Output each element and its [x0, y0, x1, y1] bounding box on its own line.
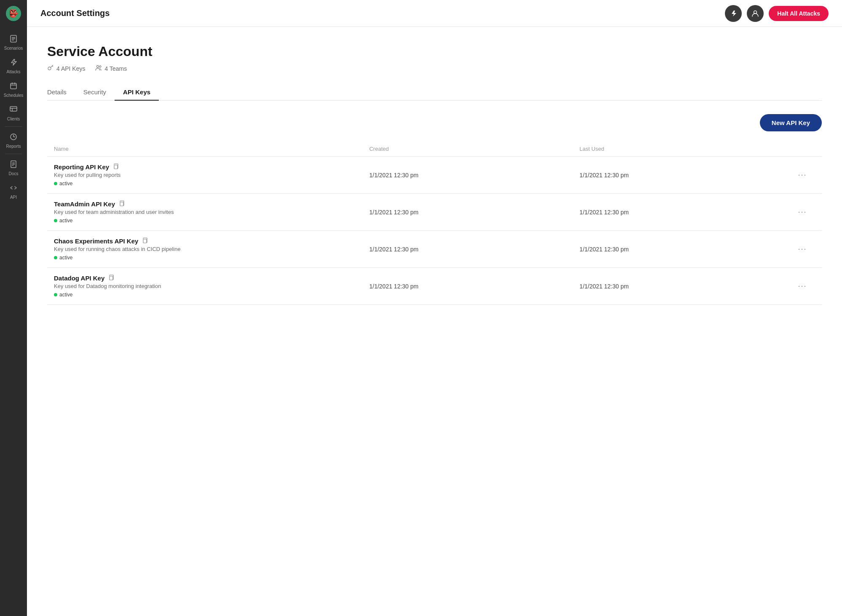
scenarios-label: Scenarios [4, 46, 23, 51]
svg-rect-8 [10, 107, 17, 111]
sidebar-item-docs[interactable]: Docs [0, 156, 27, 179]
api-key-name-4: Datadog API Key [54, 275, 369, 282]
clients-icon [9, 105, 18, 115]
sidebar-item-scenarios[interactable]: Scenarios [0, 30, 27, 54]
schedules-label: Schedules [4, 93, 24, 98]
more-menu-2[interactable]: ··· [790, 206, 815, 218]
svg-point-20 [97, 66, 99, 68]
teams-icon [95, 64, 102, 72]
attacks-icon [9, 58, 18, 68]
key-icon [47, 64, 54, 72]
api-keys-table: Name Created Last Used Reporting API Key [47, 141, 822, 305]
svg-rect-4 [11, 83, 16, 89]
reports-icon [9, 133, 18, 142]
api-label: API [10, 195, 17, 200]
api-key-name-1: Reporting API Key [54, 163, 369, 171]
created-date-2: 1/1/2021 12:30 pm [369, 209, 580, 216]
tab-details[interactable]: Details [47, 84, 75, 101]
sidebar-item-reports[interactable]: Reports [0, 128, 27, 152]
status-dot-1 [54, 182, 57, 185]
svg-rect-23 [120, 202, 123, 206]
clients-label: Clients [7, 117, 20, 121]
api-key-desc-1: Key used for pulling reports [54, 172, 369, 178]
sidebar-nav: Scenarios Attacks Schedules [0, 30, 27, 203]
table-row: Reporting API Key Key used for pulling r… [47, 157, 822, 194]
status-dot-3 [54, 256, 57, 259]
svg-rect-24 [143, 239, 147, 243]
col-actions [790, 146, 815, 152]
teams-count: 4 Teams [104, 65, 127, 72]
copy-icon-2[interactable] [118, 200, 124, 208]
col-last-used: Last Used [580, 146, 790, 152]
page-meta: 4 API Keys 4 Teams [47, 64, 822, 72]
scenarios-icon [9, 35, 18, 44]
app-logo-icon: 👺 [6, 6, 21, 21]
created-date-4: 1/1/2021 12:30 pm [369, 283, 580, 290]
last-used-date-2: 1/1/2021 12:30 pm [580, 209, 790, 216]
reports-label: Reports [6, 144, 21, 149]
attacks-label: Attacks [7, 69, 21, 74]
api-key-name-3: Chaos Experiments API Key [54, 237, 369, 245]
api-key-info-4: Datadog API Key Key used for Datadog mon… [54, 275, 369, 298]
api-keys-meta: 4 API Keys [47, 64, 85, 72]
header-actions: Halt All Attacks [725, 5, 829, 22]
sidebar-item-clients[interactable]: Clients [0, 101, 27, 125]
sidebar-item-schedules[interactable]: Schedules [0, 77, 27, 101]
table-row: TeamAdmin API Key Key used for team admi… [47, 194, 822, 231]
copy-icon-1[interactable] [112, 163, 118, 171]
tab-api-keys[interactable]: API Keys [115, 84, 159, 101]
api-icon [9, 184, 18, 193]
page-title: Service Account [47, 44, 822, 59]
api-key-info-1: Reporting API Key Key used for pulling r… [54, 163, 369, 187]
new-api-key-button[interactable]: New API Key [760, 114, 822, 131]
api-key-status-2: active [54, 218, 369, 224]
sidebar-divider-2 [5, 154, 22, 154]
copy-icon-3[interactable] [142, 237, 147, 245]
col-name: Name [54, 146, 369, 152]
schedules-icon [9, 82, 18, 91]
last-used-date-3: 1/1/2021 12:30 pm [580, 246, 790, 253]
tabs: Details Security API Keys [47, 84, 822, 101]
api-key-status-3: active [54, 255, 369, 261]
created-date-3: 1/1/2021 12:30 pm [369, 246, 580, 253]
table-header: Name Created Last Used [47, 141, 822, 157]
more-menu-3[interactable]: ··· [790, 243, 815, 255]
table-row: Datadog API Key Key used for Datadog mon… [47, 268, 822, 305]
status-dot-2 [54, 219, 57, 222]
header: Account Settings Halt All Attacks [27, 0, 842, 27]
content-area: Service Account 4 API Keys [27, 27, 842, 616]
col-created: Created [369, 146, 580, 152]
lightning-button[interactable] [725, 5, 742, 22]
sidebar-item-api[interactable]: API [0, 179, 27, 203]
api-key-desc-2: Key used for team administration and use… [54, 209, 369, 215]
last-used-date-4: 1/1/2021 12:30 pm [580, 283, 790, 290]
copy-icon-4[interactable] [108, 275, 114, 282]
main-content: Account Settings Halt All Attacks Servic… [27, 0, 842, 616]
logo-emoji: 👺 [9, 9, 18, 18]
api-key-name-2: TeamAdmin API Key [54, 200, 369, 208]
tab-security[interactable]: Security [75, 84, 115, 101]
api-key-status-4: active [54, 292, 369, 298]
more-menu-1[interactable]: ··· [790, 169, 815, 181]
sidebar-logo[interactable]: 👺 [0, 0, 27, 27]
halt-all-attacks-button[interactable]: Halt All Attacks [769, 6, 829, 21]
sidebar-divider [5, 126, 22, 127]
svg-rect-22 [114, 165, 118, 169]
docs-label: Docs [9, 171, 19, 176]
docs-icon [9, 160, 18, 170]
user-button[interactable] [747, 5, 764, 22]
api-key-status-1: active [54, 181, 369, 187]
sidebar-item-attacks[interactable]: Attacks [0, 54, 27, 77]
sidebar: 👺 Scenarios Attacks [0, 0, 27, 616]
svg-rect-25 [110, 276, 113, 280]
svg-point-21 [99, 66, 101, 67]
api-key-info-3: Chaos Experiments API Key Key used for r… [54, 237, 369, 261]
last-used-date-1: 1/1/2021 12:30 pm [580, 172, 790, 179]
more-menu-4[interactable]: ··· [790, 280, 815, 292]
created-date-1: 1/1/2021 12:30 pm [369, 172, 580, 179]
api-keys-count: 4 API Keys [56, 65, 85, 72]
api-key-desc-4: Key used for Datadog monitoring integrat… [54, 283, 369, 289]
api-key-info-2: TeamAdmin API Key Key used for team admi… [54, 200, 369, 224]
api-key-desc-3: Key used for running chaos attacks in CI… [54, 246, 369, 252]
teams-meta: 4 Teams [95, 64, 127, 72]
